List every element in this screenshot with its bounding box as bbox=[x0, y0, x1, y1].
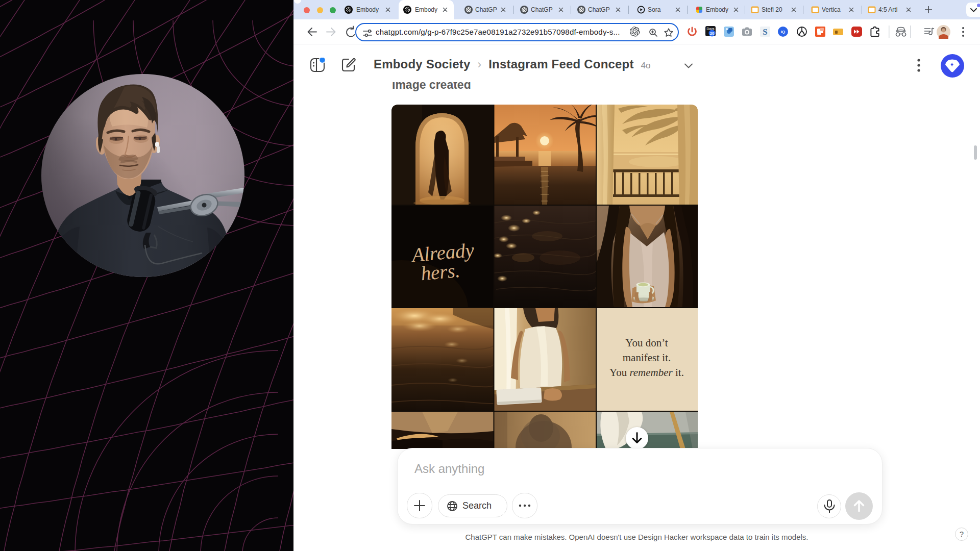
svg-text:manifest it.: manifest it. bbox=[623, 352, 671, 364]
svg-text:S: S bbox=[763, 27, 767, 37]
svg-text:You remember it.: You remember it. bbox=[609, 366, 684, 379]
svg-text:hers.: hers. bbox=[420, 259, 461, 285]
svg-text:You don’t: You don’t bbox=[625, 337, 668, 349]
svg-text:20: 20 bbox=[710, 31, 714, 36]
svg-text:IQ: IQ bbox=[781, 30, 785, 34]
